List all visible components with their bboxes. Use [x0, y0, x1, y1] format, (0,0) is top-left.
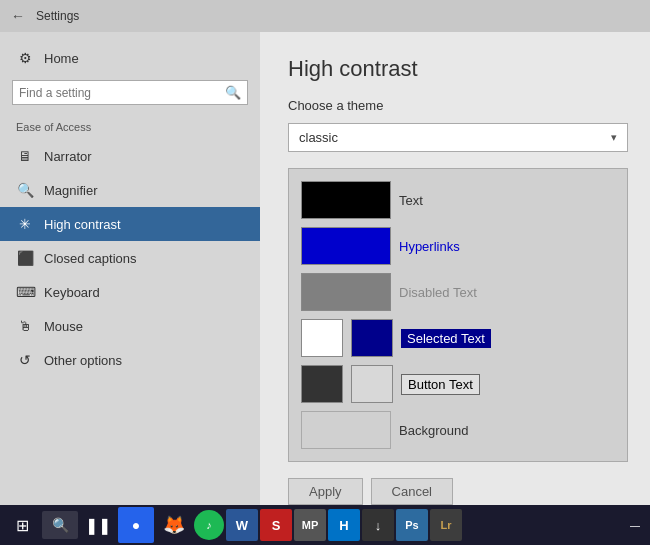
closed-captions-icon: ⬛: [16, 250, 34, 266]
hyperlinks-color-label: Hyperlinks: [399, 239, 460, 254]
selected-text-swatch2[interactable]: [351, 319, 393, 357]
search-input[interactable]: [19, 86, 225, 100]
chevron-down-icon: ▾: [611, 131, 617, 144]
apply-button[interactable]: Apply: [288, 478, 363, 505]
taskbar-app-word[interactable]: W: [226, 509, 258, 541]
taskbar-app-mp[interactable]: MP: [294, 509, 326, 541]
disabled-text-color-label: Disabled Text: [399, 285, 477, 300]
sidebar-item-home[interactable]: ⚙ Home: [0, 40, 260, 76]
taskbar: ⊞ 🔍 ❚❚ ● 🦊 ♪ W S MP H ↓ Ps Lr: [0, 505, 650, 545]
sidebar-section-label: Ease of Access: [0, 117, 260, 139]
button-text-swatch1[interactable]: [301, 365, 343, 403]
content-area: High contrast Choose a theme classic ▾ T…: [260, 32, 650, 505]
color-panel: Text Hyperlinks Disabled Text Selected T…: [288, 168, 628, 462]
taskbar-app-ps[interactable]: Ps: [396, 509, 428, 541]
disabled-text-color-swatch[interactable]: [301, 273, 391, 311]
sidebar-item-narrator-label: Narrator: [44, 149, 92, 164]
sidebar-item-closed-captions[interactable]: ⬛ Closed captions: [0, 241, 260, 275]
sidebar-item-high-contrast[interactable]: ✳ High contrast: [0, 207, 260, 241]
taskbar-app-lr[interactable]: Lr: [430, 509, 462, 541]
sidebar-item-keyboard-label: Keyboard: [44, 285, 100, 300]
sidebar-item-other-options-label: Other options: [44, 353, 122, 368]
color-row-hyperlinks: Hyperlinks: [301, 227, 615, 265]
taskbar-app-edge[interactable]: ●: [118, 507, 154, 543]
action-buttons: Apply Cancel: [288, 478, 622, 505]
color-row-button-text: Button Text: [301, 365, 615, 403]
sidebar-item-keyboard[interactable]: ⌨ Keyboard: [0, 275, 260, 309]
content-subtitle: Choose a theme: [288, 98, 622, 113]
color-row-background: Background: [301, 411, 615, 449]
selected-text-color-label: Selected Text: [401, 329, 491, 348]
home-icon: ⚙: [16, 50, 34, 66]
button-text-color-label: Button Text: [401, 374, 480, 395]
high-contrast-icon: ✳: [16, 216, 34, 232]
cancel-button[interactable]: Cancel: [371, 478, 453, 505]
magnifier-icon: 🔍: [16, 182, 34, 198]
taskbar-app-download[interactable]: ↓: [362, 509, 394, 541]
background-color-label: Background: [399, 423, 468, 438]
theme-dropdown[interactable]: classic ▾: [288, 123, 628, 152]
hyperlinks-color-swatch[interactable]: [301, 227, 391, 265]
background-color-swatch[interactable]: [301, 411, 391, 449]
titlebar-title: Settings: [36, 9, 79, 23]
sidebar-item-mouse-label: Mouse: [44, 319, 83, 334]
button-text-swatch2[interactable]: [351, 365, 393, 403]
theme-value: classic: [299, 130, 338, 145]
selected-text-swatch1[interactable]: [301, 319, 343, 357]
sidebar-item-high-contrast-label: High contrast: [44, 217, 121, 232]
sidebar-item-narrator[interactable]: 🖥 Narrator: [0, 139, 260, 173]
page-title: High contrast: [288, 56, 622, 82]
titlebar: ← Settings: [0, 0, 650, 32]
text-color-label: Text: [399, 193, 423, 208]
back-button[interactable]: ←: [8, 6, 28, 26]
taskbar-app-spotify[interactable]: ♪: [194, 510, 224, 540]
task-view-button[interactable]: ❚❚: [80, 507, 116, 543]
taskbar-app-s[interactable]: S: [260, 509, 292, 541]
text-color-swatch[interactable]: [301, 181, 391, 219]
other-options-icon: ↺: [16, 352, 34, 368]
sidebar-item-mouse[interactable]: 🖱 Mouse: [0, 309, 260, 343]
sidebar-home-label: Home: [44, 51, 79, 66]
sidebar-item-magnifier[interactable]: 🔍 Magnifier: [0, 173, 260, 207]
keyboard-icon: ⌨: [16, 284, 34, 300]
window: ← Settings ⚙ Home 🔍 Ease of Access 🖥 Nar…: [0, 0, 650, 545]
taskbar-clock: —: [630, 520, 646, 531]
color-row-text: Text: [301, 181, 615, 219]
color-row-disabled-text: Disabled Text: [301, 273, 615, 311]
sidebar-search-box[interactable]: 🔍: [12, 80, 248, 105]
sidebar-item-magnifier-label: Magnifier: [44, 183, 97, 198]
mouse-icon: 🖱: [16, 318, 34, 334]
taskbar-app-firefox[interactable]: 🦊: [156, 507, 192, 543]
main-area: ⚙ Home 🔍 Ease of Access 🖥 Narrator 🔍 Mag…: [0, 32, 650, 505]
search-icon: 🔍: [225, 85, 241, 100]
sidebar: ⚙ Home 🔍 Ease of Access 🖥 Narrator 🔍 Mag…: [0, 32, 260, 505]
taskbar-app-h[interactable]: H: [328, 509, 360, 541]
start-button[interactable]: ⊞: [4, 507, 40, 543]
taskbar-search[interactable]: 🔍: [42, 511, 78, 539]
sidebar-item-other-options[interactable]: ↺ Other options: [0, 343, 260, 377]
narrator-icon: 🖥: [16, 148, 34, 164]
sidebar-item-closed-captions-label: Closed captions: [44, 251, 137, 266]
color-row-selected-text: Selected Text: [301, 319, 615, 357]
